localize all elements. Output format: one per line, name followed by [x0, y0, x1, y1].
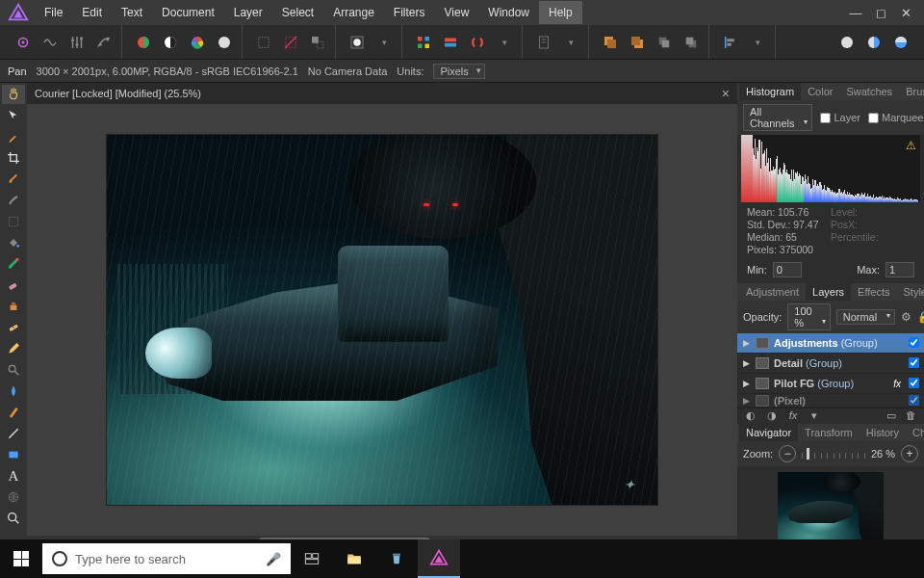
layer-expand-icon[interactable]: ▶	[741, 379, 751, 388]
close-button[interactable]: ✕	[897, 6, 914, 20]
menu-document[interactable]: Document	[152, 1, 224, 24]
clone-tool-icon[interactable]	[2, 297, 25, 316]
pan-tool-icon[interactable]	[2, 85, 25, 104]
minimize-button[interactable]: —	[847, 6, 864, 20]
selection-deselect-icon[interactable]	[279, 31, 302, 54]
layer-visibility-checkbox[interactable]	[909, 395, 920, 407]
navigator-tab-channels[interactable]: Channels	[906, 424, 924, 441]
layers-tab-styles[interactable]: Styles	[897, 283, 925, 301]
align-left-icon[interactable]	[719, 31, 742, 54]
mask-layer-icon[interactable]: ◐	[743, 409, 758, 423]
persona-photo-icon[interactable]	[12, 31, 35, 54]
align-dropdown-icon[interactable]: ▾	[746, 31, 769, 54]
layers-tab-adjustment[interactable]: Adjustment	[739, 283, 806, 301]
recycle-bin-icon[interactable]	[375, 539, 418, 578]
layer-visibility-checkbox[interactable]	[909, 378, 920, 389]
persona-develop-icon[interactable]	[65, 31, 89, 54]
file-explorer-icon[interactable]	[333, 539, 375, 578]
pen-tool-icon[interactable]	[2, 403, 25, 422]
navigator-tab-transform[interactable]: Transform	[798, 424, 860, 441]
histogram-tab-brushes[interactable]: Brushes	[899, 83, 924, 100]
menu-window[interactable]: Window	[478, 1, 539, 24]
align-grid-icon[interactable]	[439, 31, 462, 54]
blend-mode-dropdown[interactable]: Normal	[836, 309, 895, 325]
zoom-out-button[interactable]: −	[779, 445, 796, 462]
layer-expand-icon[interactable]: ▶	[741, 338, 751, 348]
menu-layer[interactable]: Layer	[224, 1, 272, 24]
shape-line-tool-icon[interactable]	[2, 424, 25, 443]
affinity-photo-taskbar-icon[interactable]	[418, 539, 460, 578]
selection-marquee-icon[interactable]	[252, 31, 275, 54]
preview-circle-icon[interactable]	[835, 31, 859, 54]
mic-icon[interactable]: 🎤	[266, 552, 281, 566]
move-tool-icon[interactable]	[2, 106, 25, 125]
histogram-channel-dropdown[interactable]: All Channels	[743, 104, 812, 131]
grayscale-icon[interactable]	[159, 31, 182, 54]
start-button[interactable]	[0, 539, 42, 578]
layers-tab-effects[interactable]: Effects	[851, 283, 896, 301]
preview-mirror-icon[interactable]	[889, 31, 912, 54]
healing-tool-icon[interactable]	[2, 318, 25, 337]
erase-tool-icon[interactable]	[2, 276, 25, 295]
layer-lock-icon[interactable]: 🔒	[917, 311, 924, 324]
persona-tonemap-icon[interactable]	[92, 31, 116, 54]
navigator-tab-history[interactable]: History	[860, 424, 906, 441]
selection-rect-tool-icon[interactable]	[2, 212, 25, 231]
layer-row-pilot-fg[interactable]: ▶Pilot FG (Group)fx	[737, 374, 924, 394]
layer-row-adjustments[interactable]: ▶Adjustments (Group)	[737, 333, 924, 354]
mesh-warp-tool-icon[interactable]	[2, 487, 25, 507]
add-layer-icon[interactable]: ▭	[884, 409, 899, 423]
taskbar-search-input[interactable]: Type here to search 🎤	[42, 543, 291, 574]
navigator-preview[interactable]	[737, 466, 924, 549]
layer-visibility-checkbox[interactable]	[909, 357, 920, 369]
canvas[interactable]: ✦	[27, 104, 737, 536]
assistant-icon[interactable]	[532, 31, 555, 54]
text-tool-icon[interactable]: A	[2, 466, 25, 486]
fx-layer-icon[interactable]: fx	[785, 409, 801, 423]
selection-invert-icon[interactable]	[306, 31, 329, 54]
crop-tool-icon[interactable]	[2, 148, 25, 168]
menu-edit[interactable]: Edit	[72, 1, 112, 24]
pencil-tool-icon[interactable]	[2, 339, 25, 358]
histogram-layer-checkbox[interactable]: Layer	[820, 112, 860, 123]
persona-liquify-icon[interactable]	[38, 31, 62, 54]
assistant-dropdown-icon[interactable]: ▾	[559, 31, 582, 54]
shape-rect-tool-icon[interactable]	[2, 445, 25, 464]
snap-dropdown-icon[interactable]: ▾	[493, 31, 516, 54]
layer-row--pixel-[interactable]: ▶(Pixel)	[737, 394, 924, 407]
histogram-tab-histogram[interactable]: Histogram	[739, 83, 801, 100]
menu-view[interactable]: View	[435, 1, 479, 24]
zoom-slider[interactable]	[802, 447, 865, 460]
dodge-tool-icon[interactable]	[2, 360, 25, 380]
zoom-tool-icon[interactable]	[2, 509, 25, 528]
grid-icon[interactable]	[412, 31, 435, 54]
layer-expand-icon[interactable]: ▶	[741, 396, 751, 406]
merge-layer-icon[interactable]: ▾	[807, 409, 822, 423]
color-split-icon[interactable]	[132, 31, 155, 54]
blur-tool-icon[interactable]	[2, 381, 25, 401]
menu-arrange[interactable]: Arrange	[323, 1, 384, 24]
histogram-min-input[interactable]	[773, 262, 802, 277]
layer-settings-icon[interactable]: ⚙	[901, 310, 911, 324]
menu-select[interactable]: Select	[272, 1, 323, 24]
opacity-dropdown[interactable]: 100 %	[787, 303, 830, 330]
delete-layer-icon[interactable]: 🗑	[903, 409, 918, 423]
menu-filters[interactable]: Filters	[384, 1, 435, 24]
flood-fill-tool-icon[interactable]	[2, 233, 25, 252]
arrange-back-icon[interactable]	[626, 31, 649, 54]
arrange-forward-icon[interactable]	[653, 31, 676, 54]
layer-fx-icon[interactable]: fx	[893, 379, 901, 389]
menu-text[interactable]: Text	[112, 1, 152, 24]
paint-brush-tool-icon[interactable]	[2, 254, 25, 274]
menu-help[interactable]: Help	[539, 1, 582, 24]
navigator-tab-navigator[interactable]: Navigator	[739, 424, 798, 441]
layers-tab-layers[interactable]: Layers	[806, 283, 851, 301]
task-view-icon[interactable]	[291, 539, 333, 578]
adjustment-layer-icon[interactable]: ◑	[764, 409, 780, 423]
arrange-backward-icon[interactable]	[680, 31, 703, 54]
zoom-in-button[interactable]: +	[901, 445, 918, 462]
document-tab-close-icon[interactable]: ×	[722, 86, 730, 101]
units-dropdown[interactable]: Pixels	[433, 64, 484, 79]
maximize-button[interactable]: ◻	[872, 6, 889, 20]
brush-basic-icon[interactable]	[2, 170, 25, 189]
